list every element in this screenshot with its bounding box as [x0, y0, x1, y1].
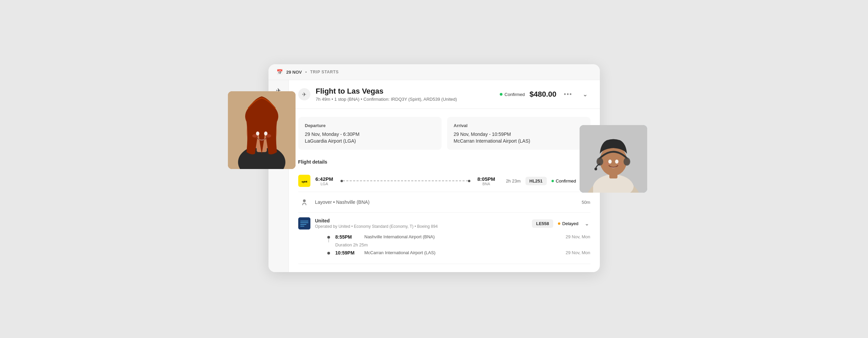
seg1-status-dot	[552, 180, 554, 182]
svg-point-6	[252, 134, 258, 138]
flight-line-dot-start	[341, 180, 343, 182]
flight-line-dot-end	[468, 180, 470, 182]
svg-point-23	[303, 199, 306, 202]
svg-point-17	[608, 160, 612, 164]
seg1-arrive-airport: BNA	[483, 182, 490, 186]
united-name: United	[315, 218, 527, 223]
departure-card: Departure 29 Nov, Monday - 6:30PM LaGuar…	[298, 117, 442, 150]
seg1-arrive: 8:05PM BNA	[477, 176, 496, 186]
separator: •	[305, 70, 307, 75]
more-options-button[interactable]: •••	[561, 90, 575, 99]
seg2-flight-number: LE558	[532, 219, 553, 228]
seg2-expand-button[interactable]: ⌄	[583, 219, 590, 228]
seg1-flight-number: HL251	[525, 177, 547, 185]
flight-duration-item: Duration 2h 25m	[327, 242, 590, 247]
united-operated-by: Operated by United • Economy Standard (E…	[315, 224, 527, 229]
trip-start-label: TRIP STARTS	[310, 70, 338, 74]
confirmed-dot-icon	[500, 93, 502, 96]
seg1-status-label: Confirmed	[556, 178, 576, 184]
stop-dot-las	[327, 252, 330, 255]
calendar-icon: 📅	[277, 69, 283, 75]
united-expanded-stops: 8:55PM Nashville International Airport (…	[298, 234, 590, 264]
spirit-logo: spirit	[298, 175, 310, 187]
arrival-label: Arrival	[454, 123, 584, 128]
seg2-status: Delayed	[558, 221, 579, 226]
seg1-depart-time: 6:42PM	[315, 176, 333, 182]
departure-datetime: 29 Nov, Monday - 6:30PM	[305, 131, 435, 137]
flight-subtitle: 7h 49m • 1 stop (BNA) • Confirmation: IR…	[316, 97, 495, 102]
top-bar: 📅 29 NOV • TRIP STARTS	[268, 64, 600, 80]
stop-list: 8:55PM Nashville International Airport (…	[327, 234, 590, 240]
stop-list-2: 10:59PM McCarran International Airport (…	[327, 250, 590, 256]
stop-date-bna: 29 Nov, Mon	[566, 234, 590, 239]
united-logo	[298, 217, 310, 230]
departure-airport: LaGuardia Airport (LGA)	[305, 138, 435, 144]
layover-duration: 50m	[570, 200, 590, 205]
svg-point-15	[624, 158, 630, 166]
layover-text: Layover • Nashville (BNA)	[315, 199, 370, 205]
seg1-duration: 2h 23m	[500, 178, 521, 184]
stop-connector	[328, 239, 329, 242]
flight-price: $480.00	[530, 90, 557, 99]
stop-airport-las: McCarran International Airport (LAS)	[365, 250, 436, 255]
seg2-status-dot	[558, 222, 560, 225]
flight-header-icon: ✈	[298, 88, 310, 100]
flight-details-label: Flight details	[298, 159, 590, 165]
flight-line	[341, 180, 470, 182]
flight-header: ✈ Flight to Las Vegas 7h 49m • 1 stop (B…	[289, 80, 600, 109]
segment-spirit: spirit 6:42PM LGA 8:	[298, 170, 590, 192]
stop-dot-bna	[327, 236, 330, 239]
flight-body: Departure 29 Nov, Monday - 6:30PM LaGuar…	[289, 109, 600, 272]
flight-meta: Confirmed $480.00 ••• ⌄	[500, 89, 590, 99]
seg2-status-label: Delayed	[562, 221, 579, 226]
seg1-depart-airport: LGA	[321, 182, 328, 186]
stop-date-las: 29 Nov, Mon	[566, 250, 590, 255]
confirmed-badge: Confirmed	[500, 92, 525, 97]
svg-point-16	[594, 168, 597, 170]
stop-time-bna: 8:55PM	[335, 234, 359, 240]
svg-point-7	[266, 134, 271, 138]
stop-item-las: 10:59PM McCarran International Airport (…	[327, 250, 590, 256]
arrival-airport: McCarran International Airport (LAS)	[454, 138, 584, 144]
svg-rect-27	[300, 224, 306, 225]
layover-icon	[298, 196, 310, 208]
trip-date: 29 NOV	[286, 70, 302, 75]
person-avatar-left	[228, 91, 296, 169]
expand-button[interactable]: ⌄	[580, 89, 590, 99]
confirmed-label: Confirmed	[505, 92, 525, 97]
svg-point-19	[604, 162, 609, 166]
svg-point-18	[615, 160, 618, 164]
svg-point-20	[618, 162, 623, 166]
seg1-status: Confirmed	[552, 178, 576, 184]
flight-dashes	[343, 180, 468, 181]
svg-rect-26	[300, 222, 308, 223]
plane-circle-icon: ✈	[302, 91, 306, 98]
departure-label: Departure	[305, 123, 435, 128]
seg1-depart: 6:42PM LGA	[315, 176, 334, 186]
flight-title: Flight to Las Vegas	[316, 87, 495, 96]
person-avatar-right	[580, 125, 647, 193]
segment-united-header: United Operated by United • Economy Stan…	[298, 213, 590, 264]
svg-rect-28	[300, 226, 304, 226]
flight-title-group: Flight to Las Vegas 7h 49m • 1 stop (BNA…	[316, 87, 495, 102]
stop-airport-bna: Nashville International Airport (BNA)	[365, 234, 435, 239]
departure-arrival-grid: Departure 29 Nov, Monday - 6:30PM LaGuar…	[298, 117, 590, 150]
united-airline-info: United Operated by United • Economy Stan…	[315, 218, 527, 229]
segment-united-row: United Operated by United • Economy Stan…	[298, 213, 590, 234]
flight-duration-text: Duration 2h 25m	[335, 242, 368, 247]
seg1-arrive-time: 8:05PM	[477, 176, 495, 182]
arrival-card: Arrival 29 Nov, Monday - 10:59PM McCarra…	[447, 117, 590, 150]
stop-time-las: 10:59PM	[335, 250, 359, 256]
layover-row: Layover • Nashville (BNA) 50m	[298, 192, 590, 213]
svg-text:spirit: spirit	[301, 180, 307, 183]
svg-rect-25	[300, 221, 308, 221]
flight-card: 📅 29 NOV • TRIP STARTS ✈ ✈ Flight	[268, 64, 600, 272]
arrival-datetime: 29 Nov, Monday - 10:59PM	[454, 131, 584, 137]
stop-item-bna: 8:55PM Nashville International Airport (…	[327, 234, 590, 240]
svg-rect-24	[298, 217, 310, 230]
